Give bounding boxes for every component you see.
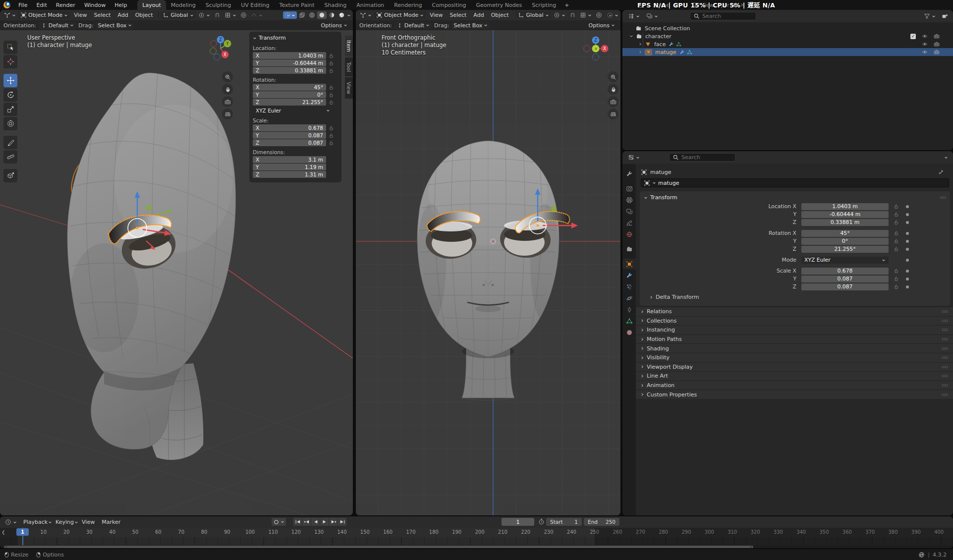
value-slider[interactable]: Z1.31 m	[253, 171, 326, 178]
decorator-dot[interactable]	[906, 270, 909, 273]
value-slider[interactable]: X0.678	[253, 124, 326, 131]
outliner-view-mode[interactable]	[644, 12, 660, 20]
expander-icon[interactable]	[628, 34, 634, 38]
section-motion-paths[interactable]: Motion Paths	[636, 335, 953, 344]
padlock-icon[interactable]	[329, 68, 334, 73]
snap-settings[interactable]	[578, 11, 594, 19]
close-scene-icon[interactable]: ✕	[681, 2, 685, 8]
property-field[interactable]: 21.255°	[801, 246, 889, 253]
drag-mode-dropdown[interactable]: Select Box	[96, 22, 134, 29]
tool-move[interactable]	[3, 74, 17, 87]
nav-zoom-button[interactable]	[222, 71, 233, 82]
editor-type-button[interactable]	[358, 11, 374, 19]
tool-scale[interactable]	[3, 103, 17, 116]
padlock-icon[interactable]	[891, 268, 901, 274]
frame-start-field[interactable]: Start1	[546, 518, 582, 526]
workspace-tab-rendering[interactable]: Rendering	[389, 0, 427, 10]
padlock-icon[interactable]	[329, 140, 334, 146]
tool-orientation-dropdown[interactable]: Default	[39, 22, 76, 29]
snap-toggle[interactable]	[213, 11, 222, 19]
properties-tab-object-data[interactable]	[622, 316, 636, 326]
jump-start-button[interactable]	[293, 518, 302, 526]
section-visibility[interactable]: Visibility	[636, 353, 953, 362]
decorator-dot[interactable]	[906, 232, 909, 235]
padlock-icon[interactable]	[329, 60, 334, 66]
pin-icon[interactable]	[938, 169, 944, 175]
auto-keying-toggle[interactable]	[272, 518, 286, 526]
properties-options-button[interactable]	[943, 155, 950, 160]
timeline-editor-type[interactable]	[3, 518, 19, 526]
sidebar-tab-item[interactable]: Item	[345, 36, 353, 56]
padlock-icon[interactable]	[329, 53, 334, 58]
menu-help[interactable]: Help	[110, 1, 131, 9]
property-field[interactable]: 0.33881 m	[801, 219, 889, 226]
subpanel-delta-transform[interactable]: Delta Transform	[640, 291, 950, 301]
property-field[interactable]: XYZ Euler	[801, 257, 889, 264]
select-tool-dropdown[interactable]	[605, 11, 620, 19]
navigation-gizmo[interactable]: Z Y X	[209, 36, 233, 62]
camera-toggle[interactable]	[934, 49, 940, 55]
new-scene-icon[interactable]	[673, 2, 679, 8]
sidebar-tab-tool[interactable]: Tool	[345, 57, 353, 76]
viewport-menu-select[interactable]: Select	[90, 11, 114, 19]
viewport-menu-view[interactable]: View	[70, 11, 90, 19]
viewport-menu-add[interactable]: Add	[114, 11, 131, 19]
region-corner-icon[interactable]: ❮	[1, 530, 5, 535]
property-field[interactable]: 0°	[801, 238, 889, 245]
menu-edit[interactable]: Edit	[32, 1, 51, 9]
grip-icon[interactable]	[942, 308, 948, 315]
eye-toggle[interactable]	[922, 33, 928, 39]
scene-icon[interactable]	[638, 2, 645, 8]
add-workspace-button[interactable]: +	[561, 2, 572, 8]
property-field[interactable]: 1.0403 m	[801, 203, 889, 210]
padlock-icon[interactable]	[891, 284, 901, 289]
outliner-search[interactable]	[690, 12, 756, 20]
section-viewport-display[interactable]: Viewport Display	[636, 362, 953, 372]
shading-solid-button[interactable]	[317, 11, 327, 19]
mode-selector[interactable]: Object Mode	[374, 11, 426, 19]
workspace-tab-animation[interactable]: Animation	[351, 0, 389, 10]
proportional-editing-toggle[interactable]	[594, 11, 604, 19]
properties-tab-output[interactable]	[622, 195, 636, 205]
property-field[interactable]: -0.60444 m	[801, 211, 889, 218]
decorator-dot[interactable]	[906, 221, 909, 224]
decorator-dot[interactable]	[906, 285, 909, 288]
decorator-dot[interactable]	[906, 248, 909, 251]
value-slider[interactable]: Y-0.60444 m	[253, 59, 326, 66]
preview-range-icon[interactable]	[538, 518, 545, 525]
grip-icon[interactable]	[942, 382, 948, 389]
workspace-tab-modeling[interactable]: Modeling	[166, 0, 201, 10]
expander-icon[interactable]	[637, 42, 643, 46]
workspace-tab-compositing[interactable]: Compositing	[427, 0, 471, 10]
menu-file[interactable]: File	[14, 1, 32, 9]
decorator-dot[interactable]	[906, 278, 909, 280]
properties-tab-tool[interactable]	[622, 168, 636, 179]
property-field[interactable]: 0.087	[801, 276, 889, 282]
tool-add-cube[interactable]	[3, 169, 17, 182]
drag-mode-dropdown[interactable]: Select Box	[451, 22, 490, 29]
jump-end-button[interactable]	[338, 518, 346, 526]
padlock-icon[interactable]	[891, 204, 901, 209]
padlock-icon[interactable]	[891, 238, 901, 244]
eye-toggle[interactable]	[922, 49, 928, 55]
padlock-icon[interactable]	[329, 133, 334, 138]
properties-tab-material[interactable]	[622, 327, 636, 337]
prev-keyframe-button[interactable]	[302, 518, 311, 526]
property-field[interactable]: 0.678	[801, 268, 889, 275]
viewport-3d-canvas-right[interactable]: Front Orthographic (1) character | matug…	[356, 30, 620, 515]
properties-tab-modifiers[interactable]	[622, 270, 636, 280]
properties-search[interactable]	[669, 153, 735, 162]
pivot-selector[interactable]	[196, 11, 212, 19]
section-animation[interactable]: Animation	[636, 381, 953, 390]
tool-orientation-dropdown[interactable]: Default	[394, 22, 432, 29]
search-input[interactable]	[681, 154, 732, 161]
value-slider[interactable]: Y1.19 m	[253, 164, 326, 170]
xray-toggle[interactable]	[297, 11, 307, 19]
grip-icon[interactable]	[942, 327, 948, 333]
navigation-gizmo[interactable]: Z X -Y	[581, 36, 610, 62]
options-menu[interactable]: Options	[319, 22, 349, 29]
value-slider[interactable]: Y0°	[253, 91, 326, 98]
property-field[interactable]: 45°	[801, 230, 889, 237]
expander-icon[interactable]	[637, 50, 643, 54]
mode-selector[interactable]: Object Mode	[18, 11, 70, 19]
